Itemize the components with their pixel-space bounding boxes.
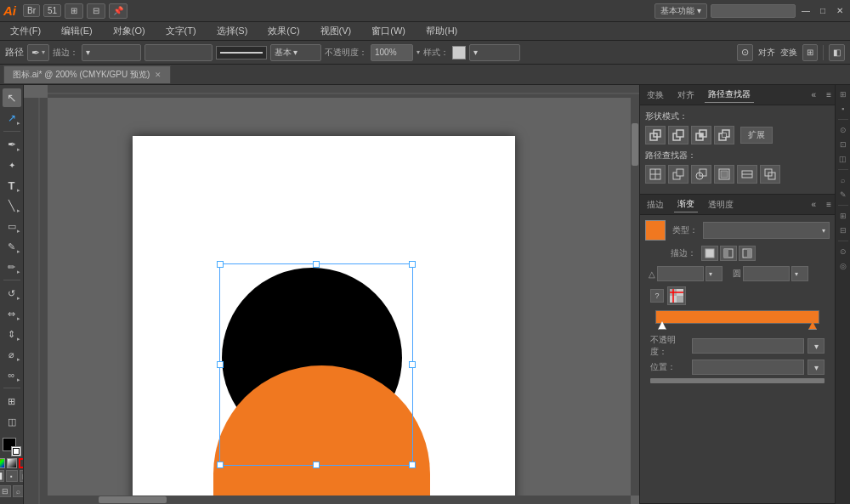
arrange-icon[interactable]: ⊟ [87, 3, 105, 19]
gradient-swatch[interactable] [7, 458, 17, 468]
style-dropdown[interactable]: ▾ [469, 44, 520, 61]
fr-btn2[interactable]: ▪ [837, 103, 849, 115]
menu-select[interactable]: 选择(S) [213, 23, 252, 39]
menu-file[interactable]: 文件(F) [7, 23, 44, 39]
stop-left[interactable] [658, 321, 666, 330]
crop-btn[interactable] [714, 165, 734, 184]
panel-toggle-btn[interactable]: ◧ [829, 44, 845, 61]
menu-view[interactable]: 视图(V) [317, 23, 355, 39]
menu-window[interactable]: 窗口(W) [368, 23, 409, 39]
ratio-input[interactable] [743, 266, 790, 281]
collapse-btn1[interactable]: « [812, 90, 817, 99]
question-btn[interactable]: ? [650, 289, 664, 303]
tab-pathfinder[interactable]: 路径查找器 [705, 87, 754, 103]
tool-pencil[interactable]: ✏ ▸ [3, 258, 21, 276]
stop-right[interactable] [808, 321, 817, 330]
menu-help[interactable]: 帮助(H) [422, 23, 461, 39]
document-tab[interactable]: 图标.ai* @ 200% (CMYK/GPU 预览) ✕ [3, 65, 171, 83]
gradient-bar[interactable] [655, 310, 819, 324]
vertical-scrollbar[interactable] [631, 98, 639, 496]
stroke-swatch[interactable] [11, 446, 21, 456]
collapse-btn2[interactable]: « [812, 200, 817, 209]
unite-btn[interactable] [645, 126, 666, 144]
close-button[interactable]: ✕ [833, 4, 847, 18]
search-input[interactable] [711, 4, 796, 18]
tool-eyedropper[interactable]: ⌀ ▸ [3, 345, 21, 364]
tab-transparency[interactable]: 透明度 [705, 197, 737, 212]
stroke-style-dropdown[interactable]: 基本 ▾ [270, 44, 321, 61]
fr-btn8[interactable]: ⊞ [837, 210, 849, 222]
workspace-dropdown[interactable]: 基本功能 ▾ [654, 3, 707, 19]
fr-btn9[interactable]: ⊟ [837, 224, 849, 236]
menu-type[interactable]: 文字(T) [162, 23, 200, 39]
ratio-unit-dropdown[interactable]: ▾ [791, 266, 808, 281]
minimize-button[interactable]: — [799, 4, 813, 18]
tab-transform[interactable]: 变换 [643, 88, 667, 103]
fr-btn6[interactable]: ⌕ [837, 174, 849, 186]
screen-mode-btn[interactable]: ⊟ [0, 485, 11, 497]
fr-btn7[interactable]: ✎ [837, 189, 849, 201]
bridge-badge[interactable]: Br [23, 4, 40, 17]
gradient-type-dropdown[interactable]: ▾ [703, 222, 830, 239]
stroke-left-btn[interactable] [720, 246, 737, 261]
outline-btn[interactable] [737, 165, 757, 184]
tool-rotate[interactable]: ↺ ▸ [3, 284, 21, 303]
tab-align[interactable]: 对齐 [674, 88, 698, 103]
scroll-thumb-v[interactable] [632, 123, 638, 166]
panel-menu-btn2[interactable]: ≡ [826, 200, 831, 209]
fr-btn10[interactable]: ⊙ [837, 246, 849, 258]
tool-direct-select[interactable]: ↗ ▸ [3, 109, 21, 127]
fr-btn1[interactable]: ⊞ [837, 88, 849, 100]
panel-menu-btn1[interactable]: ≡ [826, 90, 831, 99]
maximize-button[interactable]: □ [816, 4, 830, 18]
opacity-input[interactable]: 100% [371, 44, 413, 61]
stroke-style-preview[interactable] [216, 46, 267, 59]
tab-close-icon[interactable]: ✕ [155, 71, 162, 79]
more-options-btn[interactable]: ⊞ [802, 44, 818, 61]
opacity-value-input[interactable] [692, 338, 804, 354]
expand-btn[interactable]: 扩展 [740, 127, 773, 144]
tab-gradient[interactable]: 渐变 [674, 196, 698, 212]
minus-back-btn[interactable] [760, 165, 780, 184]
scroll-thumb-h[interactable] [99, 496, 167, 503]
artboard[interactable] [133, 136, 515, 496]
gradient-color-swatch[interactable] [645, 220, 666, 241]
position-unit-dropdown[interactable]: ▾ [808, 360, 824, 375]
minus-front-btn[interactable] [668, 126, 688, 144]
menu-effect[interactable]: 效果(C) [264, 23, 303, 39]
tool-line[interactable]: ╲ ▸ [3, 196, 21, 215]
horizontal-scrollbar[interactable] [48, 496, 631, 504]
tool-text[interactable]: T ▸ [3, 176, 21, 195]
tool-gradient-mesh[interactable]: ⊞ [3, 392, 21, 411]
trim-btn[interactable] [668, 165, 688, 184]
stock-badge[interactable]: 51 [43, 4, 61, 17]
tool-gradient-draw[interactable]: ◫ [3, 412, 21, 431]
fr-btn3[interactable]: ⊙ [837, 124, 849, 136]
position-value-input[interactable] [692, 360, 804, 375]
stroke-dropdown[interactable]: ▾ [82, 44, 141, 61]
tool-paintbrush[interactable]: ✎ ▸ [3, 237, 21, 256]
color-mode-btn[interactable]: ⊙ [737, 44, 753, 61]
stroke-weight-dropdown[interactable] [144, 44, 212, 61]
tool-width[interactable]: ⇕ ▸ [3, 325, 21, 343]
opacity-chevron-icon[interactable]: ▾ [416, 48, 420, 56]
tool-options-btn[interactable]: ✒ ▾ [27, 44, 49, 61]
divide-btn[interactable] [645, 165, 666, 184]
menu-edit[interactable]: 编辑(E) [58, 23, 96, 39]
tool-anchor[interactable]: ✦ [3, 156, 21, 174]
stroke-fill-btn[interactable] [701, 246, 718, 261]
fr-btn11[interactable]: ◎ [837, 260, 849, 272]
fr-btn4[interactable]: ⊡ [837, 139, 849, 150]
fr-btn5[interactable]: ◫ [837, 153, 849, 165]
canvas-area[interactable] [24, 85, 639, 504]
zoom-tool-btn[interactable]: ⌕ [13, 485, 25, 497]
color-mode-swatch[interactable] [0, 458, 5, 468]
intersect-btn[interactable] [691, 126, 711, 144]
stroke-right-btn[interactable] [739, 246, 756, 261]
tool-mirror[interactable]: ⇔ ▸ [3, 304, 21, 323]
style-swatch[interactable] [452, 46, 466, 59]
view-toggle[interactable]: ⊞ [65, 3, 83, 19]
draw-normal-btn[interactable]: ⬜ [0, 470, 4, 482]
tab-stroke-fill[interactable]: 描边 [643, 197, 667, 212]
checker-icon[interactable] [667, 286, 686, 305]
